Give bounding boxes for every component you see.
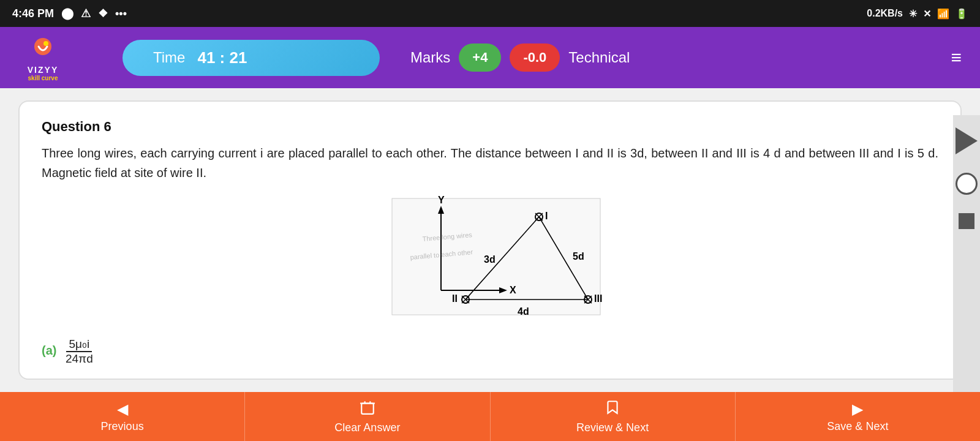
review-next-label: Review & Next [576, 421, 649, 434]
side-arrow-icon[interactable] [956, 127, 978, 154]
option-a-label: (a) [42, 344, 56, 357]
timer-label: Time [153, 49, 185, 66]
timer-value: 41 : 21 [197, 48, 247, 67]
svg-text:II: II [452, 293, 458, 304]
timer-pill: Time 41 : 21 [123, 40, 380, 76]
svg-text:III: III [594, 293, 602, 304]
logo-area: VIZYY skill curve [18, 34, 67, 81]
clear-answer-label: Clear Answer [334, 421, 400, 434]
warning-icon: ⚠ [81, 7, 91, 20]
svg-text:4d: 4d [518, 306, 529, 317]
answer-section: (a) 5μ₀i 24πd [42, 337, 938, 366]
clear-icon [360, 399, 375, 419]
review-icon [605, 399, 620, 419]
status-left: 4:46 PM ⬤ ⚠ ❖ ••• [12, 7, 127, 20]
question-diagram: Y X I II III [42, 192, 938, 327]
previous-button[interactable]: ◀ Previous [0, 392, 245, 441]
marks-label: Marks [410, 49, 450, 66]
close-icon: ✕ [923, 8, 931, 20]
svg-text:Y: Y [438, 195, 445, 205]
dot-icon: ⬤ [61, 7, 74, 20]
svg-text:3d: 3d [484, 254, 496, 265]
status-right: 0.2KB/s ✳ ✕ 📶 🔋 [867, 8, 968, 20]
option-a-fraction: 5μ₀i 24πd [63, 337, 96, 366]
side-circle-icon[interactable] [956, 173, 978, 195]
network-speed: 0.2KB/s [867, 8, 903, 19]
svg-rect-29 [361, 403, 374, 413]
question-card: Question 6 Three long wires, each carryi… [18, 100, 962, 380]
more-icon: ••• [115, 7, 127, 20]
save-icon: ▶ [852, 401, 863, 418]
vizyy-logo [28, 34, 58, 65]
marks-positive: +4 [459, 43, 501, 72]
svg-point-1 [43, 41, 48, 46]
option-a-text: 5μ₀i 24πd [59, 344, 96, 357]
main-content: Question 6 Three long wires, each carryi… [0, 88, 980, 392]
side-panel [953, 115, 980, 392]
header: VIZYY skill curve Time 41 : 21 Marks +4 … [0, 27, 980, 88]
review-next-button[interactable]: Review & Next [491, 392, 736, 441]
footer: ◀ Previous Clear Answer Review & Next ▶ … [0, 392, 980, 441]
clock: 4:46 PM [12, 7, 54, 20]
battery-icon: 🔋 [956, 8, 968, 20]
bluetooth-icon: ✳ [909, 8, 917, 20]
layers-icon: ❖ [98, 7, 108, 20]
svg-text:5d: 5d [573, 251, 584, 262]
side-square-icon[interactable] [959, 213, 974, 229]
svg-point-0 [34, 38, 51, 55]
fraction-numerator: 5μ₀i [66, 337, 92, 352]
clear-answer-button[interactable]: Clear Answer [245, 392, 490, 441]
question-text: Three long wires, each carrying current … [42, 143, 938, 183]
wifi-icon: 📶 [937, 8, 949, 20]
svg-text:I: I [545, 211, 548, 221]
marks-area: Marks +4 -0.0 Technical [410, 43, 630, 72]
marks-negative: -0.0 [510, 43, 560, 72]
status-bar: 4:46 PM ⬤ ⚠ ❖ ••• 0.2KB/s ✳ ✕ 📶 🔋 [0, 0, 980, 27]
save-next-label: Save & Next [827, 420, 888, 433]
save-next-button[interactable]: ▶ Save & Next [736, 392, 980, 441]
fraction-denominator: 24πd [63, 352, 96, 366]
previous-icon: ◀ [117, 401, 128, 418]
hamburger-menu[interactable]: ≡ [951, 47, 962, 68]
physics-diagram: Y X I II III [361, 192, 619, 327]
question-number: Question 6 [42, 119, 938, 135]
previous-label: Previous [101, 420, 144, 433]
svg-text:X: X [510, 285, 516, 295]
app-name: VIZYY [28, 65, 58, 75]
subject-label: Technical [568, 49, 630, 66]
